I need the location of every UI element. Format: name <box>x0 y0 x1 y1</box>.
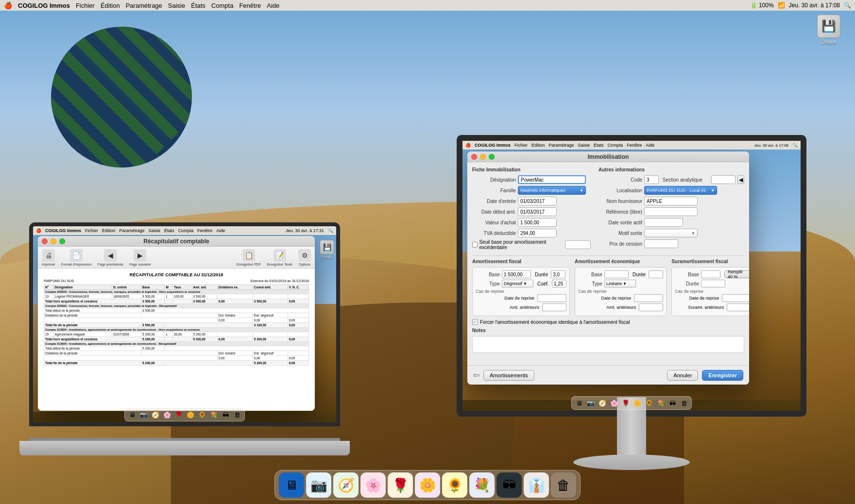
menu-search[interactable]: 🔍 <box>844 2 851 9</box>
af-type-select[interactable]: Dégressif ▼ <box>502 280 533 287</box>
dock-flower1[interactable]: 🌸 <box>360 472 386 498</box>
date-entree-input[interactable]: 01/03/2017 <box>518 197 557 205</box>
fournisseur-input[interactable]: APPLE <box>644 197 698 205</box>
ae-date-reprise-input[interactable] <box>634 294 663 302</box>
dock-flower3[interactable]: 🌼 <box>415 472 440 498</box>
motif-select[interactable]: ▼ <box>644 229 698 237</box>
tva-input[interactable]: 294,00 <box>518 229 557 237</box>
famille-select[interactable]: Matériels informatiques ▼ <box>518 186 586 195</box>
mon-dock-safari[interactable]: 🧭 <box>597 398 608 408</box>
date-sortie-input[interactable] <box>644 218 683 227</box>
laptop-disque-icon[interactable]: 💾 Disque <box>320 240 334 259</box>
dock-trash[interactable]: 🗑 <box>232 409 242 420</box>
dock-photos[interactable]: 📷 <box>138 409 149 420</box>
dock-flower4[interactable]: 🌻 <box>442 472 467 498</box>
mon-dock-bartender[interactable]: 🕶 <box>667 398 678 408</box>
monitor-menu-fenetre[interactable]: Fenêtre <box>627 143 642 148</box>
monitor-menu-fichier[interactable]: Fichier <box>514 143 528 148</box>
dock-flower2[interactable]: 🌹 <box>173 409 184 420</box>
menu-saisie[interactable]: Saisie <box>168 2 185 9</box>
apple-menu[interactable]: 🍎 <box>4 1 12 9</box>
dock-safari[interactable]: 🧭 <box>333 472 359 498</box>
dock-flower2[interactable]: 🌹 <box>388 472 413 498</box>
monitor-apple[interactable]: 🍎 <box>465 143 471 148</box>
section-input[interactable] <box>711 175 735 184</box>
monitor-menu-aide[interactable]: Aide <box>646 143 654 148</box>
dock-finder[interactable]: 🖥 <box>279 472 304 498</box>
forcer-checkbox[interactable]: ✓ <box>472 319 478 325</box>
monitor-menu-edition[interactable]: Édition <box>531 143 545 148</box>
laptop-menu-fichier[interactable]: Fichier <box>85 228 98 233</box>
mon-dock-finder[interactable]: 🖥 <box>574 398 584 408</box>
menu-aide[interactable]: Aide <box>267 2 279 9</box>
dock-flower5[interactable]: 💐 <box>469 472 495 498</box>
laptop-search[interactable]: 🔍 <box>328 228 333 233</box>
dock-bartender[interactable]: 🕶 <box>496 472 522 498</box>
menu-fichier[interactable]: Fichier <box>76 2 95 9</box>
mon-dock-trash[interactable]: 🗑 <box>679 398 689 408</box>
menu-time[interactable]: Jeu. 30 avr. à 17:08 <box>789 2 840 9</box>
maximize-button[interactable] <box>59 238 65 244</box>
menu-etats[interactable]: États <box>191 2 205 9</box>
laptop-menu-parametrage[interactable]: Paramétrage <box>120 228 145 233</box>
designation-input[interactable]: PowerMac <box>518 175 586 184</box>
mon-dock-flower1[interactable]: 🌸 <box>609 398 619 408</box>
amortissements-button[interactable]: Amortissements <box>483 370 534 381</box>
menu-parametrage[interactable]: Paramétrage <box>126 2 162 9</box>
monitor-menu-etats[interactable]: États <box>594 143 604 148</box>
dock-trash[interactable]: 🗑 <box>551 472 576 498</box>
close-button[interactable] <box>42 238 48 244</box>
laptop-apple[interactable]: 🍎 <box>36 228 41 233</box>
af-base-input[interactable]: 1 500,00 <box>502 270 531 278</box>
dock-finder[interactable]: 🖥 <box>127 409 137 420</box>
laptop-app-name[interactable]: COGILOG Immos <box>45 228 81 233</box>
annuler-button[interactable]: Annuler <box>667 370 698 381</box>
code-input[interactable]: 3 <box>644 175 659 184</box>
laptop-menu-etats[interactable]: États <box>164 228 174 233</box>
laptop-menu-saisie[interactable]: Saisie <box>149 228 161 233</box>
ae-duree-input[interactable] <box>649 270 663 278</box>
monitor-menu-parametrage[interactable]: Paramétrage <box>549 143 574 148</box>
immo-minimize-button[interactable] <box>480 154 486 160</box>
menu-edition[interactable]: Édition <box>101 2 120 9</box>
af-coef-input[interactable]: 1,25 <box>552 280 566 287</box>
options-button[interactable]: ⚙ Options <box>298 249 311 266</box>
valeur-achat-input[interactable]: 1 500,00 <box>518 218 557 227</box>
seuil-input[interactable] <box>565 240 591 249</box>
date-debut-input[interactable]: 01/03/2017 <box>518 207 557 216</box>
dock-safari[interactable]: 🧭 <box>150 409 161 420</box>
seuil-checkbox[interactable] <box>472 242 478 248</box>
ref-input[interactable] <box>644 207 698 216</box>
dock-flower3[interactable]: 🌼 <box>185 409 196 420</box>
page-precedente-button[interactable]: ◀ Page précédente <box>98 249 123 266</box>
laptop-menu-edition[interactable]: Édition <box>102 228 116 233</box>
dock-flower1[interactable]: 🌸 <box>162 409 172 420</box>
sa-suramt-input[interactable] <box>727 303 749 311</box>
dock-photos[interactable]: 📷 <box>306 472 331 498</box>
notes-textarea[interactable] <box>472 336 744 353</box>
menu-app-name[interactable]: COGILOG Immos <box>18 2 70 9</box>
mon-dock-flower5[interactable]: 💐 <box>655 398 666 408</box>
laptop-menu-compta[interactable]: Compta <box>178 228 194 233</box>
prix-input[interactable] <box>644 239 678 248</box>
disque-desktop-icon[interactable]: 💾 Disque <box>817 15 840 45</box>
mon-dock-flower4[interactable]: 🌻 <box>644 398 654 408</box>
enregistrer-pdf-button[interactable]: 📋 Enregistrer PDF <box>237 249 261 266</box>
ae-base-input[interactable] <box>604 270 629 278</box>
section-arrow-btn[interactable]: ◀ <box>737 175 744 184</box>
monitor-menu-compta[interactable]: Compta <box>608 143 623 148</box>
mon-dock-flower2[interactable]: 🌹 <box>620 398 631 408</box>
sa-date-reprise-input[interactable] <box>722 294 749 302</box>
dock-people[interactable]: 👔 <box>524 472 549 498</box>
monitor-app-name[interactable]: COGILOG Immos <box>475 143 511 148</box>
localisation-select[interactable]: PARFUMS DU SUD - Local 01 ▼ <box>644 186 717 195</box>
immo-maximize-button[interactable] <box>489 154 495 160</box>
mon-dock-photos[interactable]: 📷 <box>585 398 596 408</box>
dock-bartender[interactable]: 🕶 <box>220 409 231 420</box>
laptop-menu-aide[interactable]: Aide <box>216 228 225 233</box>
page-suivante-button[interactable]: ▶ Page suivante <box>129 249 151 266</box>
ae-amt-ant-input[interactable] <box>639 303 663 311</box>
dock-flower4[interactable]: 🌻 <box>197 409 207 420</box>
monitor-search[interactable]: 🔍 <box>792 143 798 148</box>
dock-flower5[interactable]: 💐 <box>208 409 219 420</box>
